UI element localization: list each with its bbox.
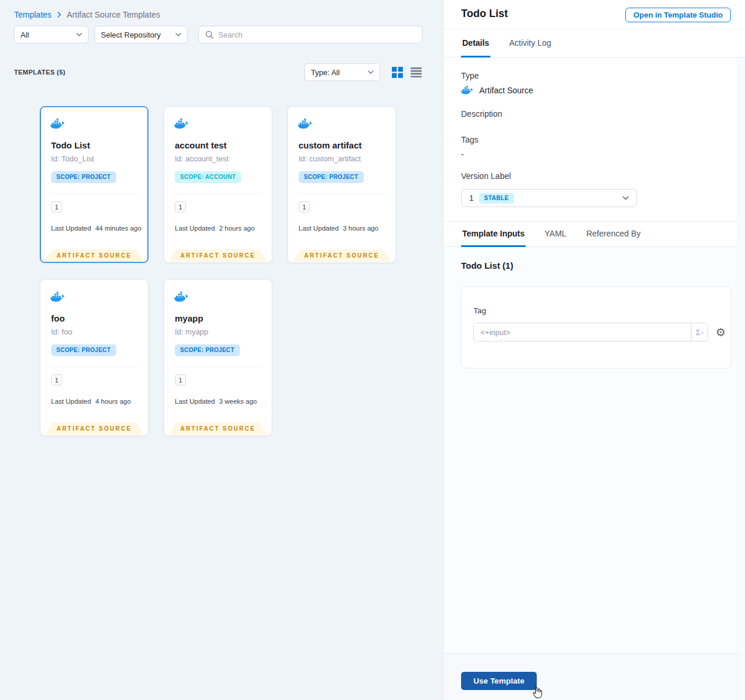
version-select[interactable]: 1 STABLE <box>461 189 637 207</box>
type-value: Artifact Source <box>479 86 533 95</box>
template-id: Id: myapp <box>175 327 208 336</box>
breadcrumb-chevron-icon <box>57 12 61 18</box>
template-card-account-test[interactable]: account test Id: account_test SCOPE: ACC… <box>164 106 272 263</box>
template-name: foo <box>51 313 65 323</box>
search-box <box>198 26 422 43</box>
artifact-source-ribbon: ARTIFACT SOURCE <box>169 249 267 262</box>
template-name: myapp <box>175 313 203 323</box>
docker-icon <box>50 119 66 130</box>
scope-badge: SCOPE: PROJECT <box>51 171 116 183</box>
last-updated-label: Last Updated <box>299 225 338 232</box>
template-name: Todo List <box>51 140 90 150</box>
template-card-myapp[interactable]: myapp Id: myapp SCOPE: PROJECT 1 Last Up… <box>164 279 272 436</box>
artifact-source-ribbon: ARTIFACT SOURCE <box>169 422 267 435</box>
tab-referenced-by[interactable]: Referenced By <box>585 222 642 247</box>
docker-icon <box>50 292 66 303</box>
templates-count: TEMPLATES (5) <box>14 69 66 76</box>
version-count-badge: 1 <box>299 201 310 212</box>
last-updated: Last Updated 2 hours ago <box>175 225 255 232</box>
chevron-down-icon <box>622 196 629 200</box>
panel-header: Todo List Open in Template Studio <box>443 0 745 29</box>
last-updated: Last Updated 4 hours ago <box>51 398 131 405</box>
template-name: account test <box>175 140 226 150</box>
tab-template-inputs[interactable]: Template Inputs <box>461 222 526 247</box>
breadcrumb-current: Artifact Source Templates <box>67 10 160 19</box>
docker-icon <box>174 119 189 130</box>
expression-button[interactable]: Σx <box>691 323 707 341</box>
artifact-source-ribbon: ARTIFACT SOURCE <box>45 249 144 262</box>
last-updated-value: 44 minutes ago <box>95 225 141 232</box>
last-updated-value: 4 hours ago <box>95 398 131 405</box>
tag-input-wrapper: Σx <box>473 323 708 341</box>
version-count-badge: 1 <box>175 201 186 212</box>
tag-input-card: Tag Σx ⚙ <box>461 286 732 368</box>
chevron-down-icon <box>175 33 181 36</box>
last-updated-value: 3 weeks ago <box>219 398 257 405</box>
type-filter-select[interactable]: Type: All <box>304 63 380 81</box>
last-updated: Last Updated 3 hours ago <box>299 225 378 232</box>
grid-view-button[interactable] <box>391 66 403 78</box>
card-divider <box>51 367 137 367</box>
panel-title: Todo List <box>461 8 508 20</box>
inputs-tab-bar: Template Inputs YAML Referenced By <box>443 221 745 247</box>
template-inputs-section: Todo List (1) Tag Σx ⚙ <box>443 248 745 653</box>
search-input[interactable] <box>218 31 415 39</box>
version-value: 1 <box>469 194 473 202</box>
template-card-todo-list[interactable]: Todo List Id: Todo_List SCOPE: PROJECT 1… <box>40 106 148 263</box>
stable-badge: STABLE <box>479 193 513 204</box>
card-divider <box>299 194 385 194</box>
last-updated-label: Last Updated <box>175 225 215 232</box>
tags-label: Tags <box>461 135 479 144</box>
card-divider <box>51 194 137 194</box>
docker-icon <box>461 86 474 95</box>
tags-value: - <box>461 150 464 159</box>
tab-yaml[interactable]: YAML <box>543 222 567 247</box>
tag-input-row: Σx ⚙ <box>473 323 726 341</box>
last-updated-label: Last Updated <box>51 225 91 232</box>
panel-footer: Use Template <box>443 653 745 700</box>
scope-badge: SCOPE: PROJECT <box>299 171 364 183</box>
last-updated-value: 2 hours ago <box>219 225 255 232</box>
inputs-heading: Todo List (1) <box>461 261 513 270</box>
docker-icon <box>298 119 313 130</box>
template-id: Id: foo <box>51 327 72 336</box>
last-updated-label: Last Updated <box>175 398 215 405</box>
template-card-foo[interactable]: foo Id: foo SCOPE: PROJECT 1 Last Update… <box>40 279 148 436</box>
template-card-custom-artifact[interactable]: custom artifact Id: custom_artifact SCOP… <box>287 106 396 263</box>
description-label: Description <box>461 109 502 119</box>
grid-icon <box>392 67 403 78</box>
breadcrumb-link-templates[interactable]: Templates <box>14 10 52 19</box>
template-id: Id: Todo_List <box>51 154 94 163</box>
repository-filter-select[interactable]: Select Repository <box>94 26 188 43</box>
chevron-down-icon <box>76 33 82 36</box>
tab-details[interactable]: Details <box>461 29 490 58</box>
type-filter-value: Type: All <box>311 68 340 77</box>
tab-activity-log[interactable]: Activity Log <box>508 29 553 58</box>
tag-input[interactable] <box>474 323 691 341</box>
breadcrumb: Templates Artifact Source Templates <box>14 10 160 19</box>
version-count-badge: 1 <box>175 374 186 385</box>
scope-badge: SCOPE: PROJECT <box>175 344 240 356</box>
template-name: custom artifact <box>299 140 362 150</box>
scope-filter-select[interactable]: All <box>14 26 89 43</box>
sigma-sub: x <box>701 330 703 335</box>
list-view-button[interactable] <box>410 66 422 78</box>
list-icon <box>411 67 422 77</box>
scope-badge: SCOPE: PROJECT <box>51 344 116 356</box>
search-icon <box>205 31 214 39</box>
details-section: Type Artifact Source Description Tags - … <box>443 58 745 221</box>
template-id: Id: custom_artifact <box>299 154 361 163</box>
version-label: Version Label <box>461 171 511 181</box>
card-divider <box>175 367 261 367</box>
type-value-row: Artifact Source <box>461 86 533 95</box>
panel-scrollbar[interactable] <box>737 58 745 700</box>
open-in-template-studio-button[interactable]: Open in Template Studio <box>625 8 731 22</box>
last-updated: Last Updated 3 weeks ago <box>175 398 257 405</box>
runtime-input-settings-button[interactable]: ⚙ <box>716 327 726 338</box>
last-updated: Last Updated 44 minutes ago <box>51 225 141 232</box>
details-tab-bar: Details Activity Log <box>443 29 745 58</box>
sigma-icon: Σ <box>696 328 700 337</box>
tag-label: Tag <box>473 306 486 315</box>
use-template-button[interactable]: Use Template <box>461 672 537 690</box>
scope-filter-value: All <box>21 31 29 39</box>
